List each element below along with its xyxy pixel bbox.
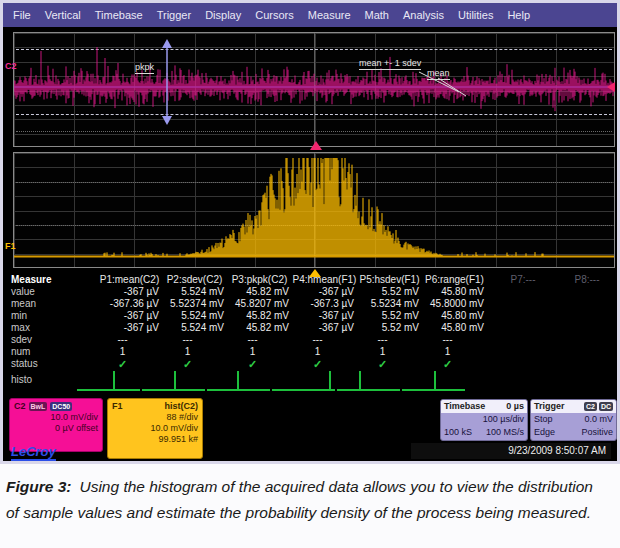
histicon-spike [434, 371, 436, 391]
f1-scale: 10.0 mV/div [112, 423, 198, 434]
measure-num-cell: 1 [97, 346, 162, 358]
measure-param-header[interactable]: P2:sdev(C2) [162, 274, 227, 286]
menu-utilities[interactable]: Utilities [458, 9, 493, 21]
measure-value-cell [487, 286, 559, 298]
c2-box-label: C2 [14, 401, 26, 412]
status-check-icon [559, 358, 615, 370]
measure-min-cell: 5.52 mV [357, 310, 422, 322]
measure-param-header[interactable]: P6:range(F1) [422, 274, 487, 286]
channel-c2-label: C2 [5, 61, 17, 71]
measure-sdev-cell [559, 334, 615, 346]
pkpk-annotation: pkpk [135, 63, 154, 74]
measure-value-cell: -367 µV [292, 286, 357, 298]
measure-min-cell: 45.82 mV [227, 310, 292, 322]
measure-sdev-cell: --- [162, 334, 227, 346]
measure-max-cell: 5.52 mV [357, 322, 422, 334]
trigger-descriptor[interactable]: Trigger C2 DC Stop 0.0 mV Edge Positive [530, 399, 617, 441]
measure-min-cell: -367 µV [292, 310, 357, 322]
measure-param-header[interactable]: P4:hmean(F1) [292, 274, 357, 286]
measure-row-label: mean [9, 298, 97, 310]
menu-display[interactable]: Display [205, 9, 241, 21]
measure-param-header[interactable]: P3:pkpk(C2) [227, 274, 292, 286]
scope-screen: FileVerticalTimebaseTriggerDisplayCursor… [3, 3, 617, 461]
measure-param-header[interactable]: P8:--- [559, 274, 615, 286]
menu-help[interactable]: Help [507, 9, 530, 21]
f1-function: hist(C2) [165, 401, 199, 412]
menu-trigger[interactable]: Trigger [157, 9, 191, 21]
menu-measure[interactable]: Measure [308, 9, 351, 21]
histicon-spike [113, 371, 115, 391]
measure-param-header[interactable]: P1:mean(C2) [97, 274, 162, 286]
measure-value-cell: 45.80 mV [422, 286, 487, 298]
measure-max-cell: -367 µV [97, 322, 162, 334]
menu-math[interactable]: Math [365, 9, 389, 21]
measure-param-header[interactable]: P5:hsdev(F1) [357, 274, 422, 286]
trigger-level: 0.0 mV [584, 413, 613, 426]
menu-vertical[interactable]: Vertical [45, 9, 81, 21]
measure-sdev-cell: --- [227, 334, 292, 346]
figure-caption-text: Using the histogram of the acquired data… [6, 478, 593, 521]
measure-mean-cell: 45.8000 mV [422, 298, 487, 310]
timebase-descriptor[interactable]: Timebase 0 µs 100 µs/div 100 kS 100 MS/s [440, 399, 528, 441]
measure-value-cell: -367 µV [97, 286, 162, 298]
trigger-position-marker-icon[interactable] [310, 141, 322, 150]
measure-num-cell: 1 [162, 346, 227, 358]
noise-waveform [14, 33, 614, 146]
measure-mean-cell [487, 298, 559, 310]
histicon [337, 369, 400, 393]
timebase-title: Timebase [444, 401, 485, 412]
bandwidth-limit-badge: BwL [29, 402, 48, 411]
trigger-coupling-badge: DC [599, 402, 613, 411]
menu-analysis[interactable]: Analysis [403, 9, 444, 21]
measure-mean-cell: 5.52374 mV [162, 298, 227, 310]
figure-caption: Figure 3:Using the histogram of the acqu… [0, 464, 612, 532]
trigger-slope: Positive [581, 426, 613, 439]
measure-row-label: max [9, 322, 97, 334]
timebase-rate: 100 MS/s [486, 426, 524, 439]
measure-num-cell [487, 346, 559, 358]
measure-min-cell [487, 310, 559, 322]
timebase-samples: 100 kS [444, 426, 472, 439]
timebase-position: 0 µs [506, 401, 524, 412]
menu-timebase[interactable]: Timebase [95, 9, 143, 21]
measure-min-cell: 45.80 mV [422, 310, 487, 322]
histicon-spike [174, 371, 176, 391]
histicon-row [77, 369, 465, 393]
measure-value-cell: 45.82 mV [227, 286, 292, 298]
trace-f1-label: F1 [5, 241, 16, 251]
measure-num-cell: 1 [422, 346, 487, 358]
measure-min-cell [559, 310, 615, 322]
oscilloscope-screenshot: FileVerticalTimebaseTriggerDisplayCursor… [0, 0, 620, 464]
trigger-mode: Stop [534, 413, 553, 426]
menu-cursors[interactable]: Cursors [255, 9, 294, 21]
measure-min-cell: 5.524 mV [162, 310, 227, 322]
histogram-trace [14, 153, 614, 267]
histicon-spike [329, 371, 331, 391]
histicon-spike [359, 371, 361, 391]
measure-mean-cell: 45.8207 mV [227, 298, 292, 310]
measure-param-header[interactable]: P7:--- [487, 274, 559, 286]
measure-sdev-cell: --- [357, 334, 422, 346]
histicon [77, 369, 140, 393]
measure-title: Measure [9, 274, 97, 286]
measure-value-cell: 5.52 mV [357, 286, 422, 298]
menu-file[interactable]: File [13, 9, 31, 21]
measure-row-label: num [9, 346, 97, 358]
measure-table: MeasureP1:mean(C2)P2:sdev(C2)P3:pkpk(C2)… [9, 274, 615, 370]
measure-min-cell: -367 µV [97, 310, 162, 322]
measure-row-label: min [9, 310, 97, 322]
trace-f1-descriptor[interactable]: F1 hist(C2) 88 #/div 10.0 mV/div 99.951 … [107, 398, 203, 459]
status-check-icon [487, 358, 559, 370]
trigger-title: Trigger [534, 401, 565, 412]
measure-max-cell: 5.524 mV [162, 322, 227, 334]
measure-num-cell [559, 346, 615, 358]
measure-mean-cell [559, 298, 615, 310]
trigger-level-marker-icon[interactable] [607, 82, 615, 92]
histicon [272, 369, 335, 393]
trigger-type: Edge [534, 426, 555, 439]
measure-mean-cell: 5.5234 mV [357, 298, 422, 310]
histicon-spike [237, 371, 239, 391]
measure-num-cell: 1 [292, 346, 357, 358]
histogram-grid [13, 152, 615, 268]
measure-sdev-cell [487, 334, 559, 346]
